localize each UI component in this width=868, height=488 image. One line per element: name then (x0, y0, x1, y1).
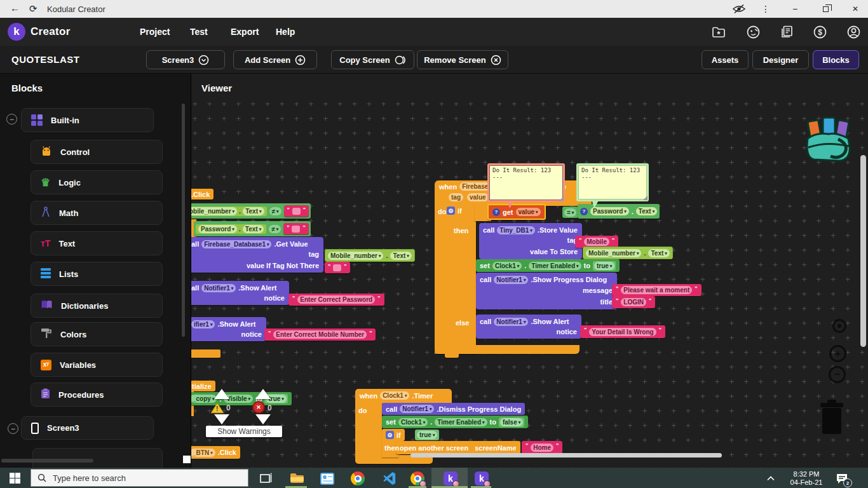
operator-dropdown[interactable]: ≠▾ (269, 207, 281, 215)
sidebar-vertical-scrollbar[interactable] (182, 104, 185, 337)
block-mobile-number-text[interactable]: Mobile_number▾ . Text▾ (325, 249, 415, 262)
community-icon[interactable] (745, 24, 761, 39)
back-icon[interactable]: ← (10, 3, 20, 13)
block-text-home[interactable]: "Home" (522, 441, 562, 454)
block-get-value-selected[interactable]: ? get value▾ (487, 204, 546, 220)
block-notifier-showalert-1[interactable]: all Notifier1▾ .Show Alert notice (191, 281, 289, 305)
block-set-clock-timer-true[interactable]: set Clock1▾ . Timer Enabled▾ to true▾ (476, 259, 620, 272)
var-dropdown[interactable]: Mobile_number▾ (328, 252, 383, 260)
block-text-please-wait[interactable]: "Please wait a moment" (612, 284, 702, 296)
var-dropdown[interactable]: obile_number▾ (191, 207, 237, 215)
empty-text-socket[interactable] (292, 208, 301, 215)
text-value[interactable]: LOGIN (621, 298, 646, 306)
prop-dropdown[interactable]: Text▾ (243, 225, 264, 233)
block-set-visible-true[interactable]: _copy▾ . Visible▾ to true▾ (191, 392, 292, 405)
if-block-header[interactable]: ⚙if (447, 207, 462, 215)
block-true-value[interactable]: true▾ (415, 430, 439, 440)
sidebar-item-screen3[interactable]: Screen3 (21, 416, 154, 440)
arrow-up-icon[interactable] (214, 389, 229, 399)
component-dropdown[interactable]: Notifier1▾ (494, 276, 528, 284)
help-icon[interactable]: ? (580, 208, 588, 215)
menu-project[interactable]: Project (140, 27, 170, 37)
text-value[interactable]: Please wait a moment (621, 286, 692, 294)
sidebar-item-lists[interactable]: Lists (31, 262, 163, 286)
close-button[interactable]: ✕ (846, 0, 865, 18)
property-getter[interactable]: obile_number▾ . Text▾ (191, 207, 267, 216)
block-firebase-getvalue[interactable]: all Firebase_Database1▾ .Get Value tag v… (191, 237, 323, 273)
sidebar-item-math[interactable]: Math (31, 201, 163, 225)
kodular-logo[interactable]: k (8, 23, 25, 41)
remove-screen-button[interactable]: Remove Screen (417, 50, 508, 69)
text-value[interactable]: Mobile (584, 238, 609, 246)
operator-dropdown[interactable]: ≠▾ (269, 225, 281, 233)
block-text-enter-correct-password[interactable]: "Enter Correct Password" (288, 294, 384, 306)
show-warnings-button[interactable]: Show Warnings (206, 426, 282, 437)
empty-string-block[interactable]: "" (284, 205, 309, 217)
sidebar-item-text[interactable]: тT Text (31, 231, 163, 255)
do-it-result-bubble-right[interactable]: Do It Result: 123 --- (576, 163, 649, 201)
menu-help[interactable]: Help (276, 27, 295, 37)
sidebar-item-builtin[interactable]: Built-in (21, 108, 154, 132)
resize-grip[interactable] (643, 196, 648, 200)
viewer-vertical-scrollbar[interactable] (860, 155, 866, 347)
component-dropdown[interactable]: Clock1▾ (398, 418, 428, 426)
blocks-viewer[interactable]: Viewer +++++++++++++++++++++++++++++++++… (191, 74, 868, 468)
text-value[interactable]: Enter Correct Mobile Number (273, 330, 367, 339)
block-compare-password[interactable]: Password▾ . Text▾ ≠▾ "" (194, 221, 311, 236)
minimize-button[interactable]: − (785, 0, 804, 18)
param-tag[interactable]: tag (449, 193, 463, 201)
kodular-app-icon-2[interactable]: k (474, 471, 489, 486)
arrow-down-icon[interactable] (214, 414, 229, 424)
var-dropdown[interactable]: Password▾ (198, 225, 237, 233)
screen-selector[interactable]: Screen3 (146, 50, 225, 69)
block-false-value[interactable]: false▾ (499, 417, 524, 427)
help-icon[interactable]: ? (492, 208, 500, 216)
component-dropdown[interactable]: Firebase_Database1▾ (201, 240, 271, 248)
docs-icon[interactable] (779, 24, 794, 39)
task-view-icon[interactable] (258, 471, 273, 486)
menu-export[interactable]: Export (231, 27, 259, 37)
refresh-icon[interactable]: ⟳ (29, 3, 37, 15)
block-click-partial[interactable]: .Click (191, 189, 214, 200)
builtin-collapse-button[interactable]: − (6, 114, 17, 125)
add-screen-button[interactable]: Add Screen (233, 50, 317, 69)
param-value[interactable]: value (467, 193, 489, 201)
earnings-icon[interactable]: $ (812, 24, 827, 39)
mutator-gear-icon[interactable]: ⚙ (386, 431, 394, 439)
block-compare-mobile[interactable]: obile_number▾ . Text▾ ≠▾ "" (191, 203, 311, 219)
sidebar-horizontal-scrollbar[interactable] (1, 459, 93, 463)
prop-dropdown[interactable]: Timer Enabled▾ (529, 262, 581, 270)
do-it-result-bubble-left[interactable]: Do It Result: 123 --- (487, 163, 565, 202)
text-value[interactable]: Home (531, 444, 553, 452)
arrow-down-icon[interactable] (255, 414, 271, 424)
kodular-app-icon-active[interactable]: k (443, 471, 458, 486)
eye-off-icon[interactable] (729, 0, 749, 18)
arrow-up-icon[interactable] (255, 389, 271, 399)
blocks-button[interactable]: Blocks (813, 50, 859, 69)
component-dropdown[interactable]: Clock1▾ (492, 262, 522, 270)
block-set-clock-timer-false[interactable]: set Clock1▾ . Timer Enabled▾ to false▾ (382, 416, 528, 428)
block-notifier-showalert-3[interactable]: call Notifier1▾ .Show Alert notice (476, 315, 581, 339)
block-initialize-partial[interactable]: itialize (191, 381, 215, 391)
sidebar-item-control[interactable]: Control (31, 140, 163, 164)
sidebar-item-partial[interactable] (32, 448, 163, 468)
chrome-profile-icon[interactable] (410, 471, 425, 486)
mail-app-icon[interactable] (320, 471, 335, 486)
account-icon[interactable] (846, 24, 861, 39)
empty-text-socket[interactable] (333, 264, 341, 271)
operator-dropdown[interactable]: =▾ (564, 208, 576, 217)
vscode-icon[interactable] (382, 471, 397, 486)
viewer-horizontal-scrollbar[interactable] (410, 453, 722, 458)
property-getter[interactable]: Password▾ . Text▾ (196, 224, 266, 234)
menu-test[interactable]: Test (190, 27, 208, 37)
file-explorer-icon[interactable] (289, 471, 304, 486)
block-equals-operator[interactable]: =▾ (562, 207, 578, 218)
resize-grip[interactable] (559, 196, 564, 201)
empty-string-block[interactable]: "" (283, 223, 309, 234)
component-dropdown[interactable]: Notifier1▾ (400, 405, 434, 413)
sidebar-item-colors[interactable]: Colors (31, 322, 163, 346)
var-dropdown[interactable]: _BTN▾ (191, 449, 215, 457)
screen3-collapse-button[interactable]: − (8, 423, 18, 434)
prop-dropdown[interactable]: Text▾ (636, 207, 657, 215)
menu-dots-icon[interactable]: ⋮ (756, 0, 775, 18)
